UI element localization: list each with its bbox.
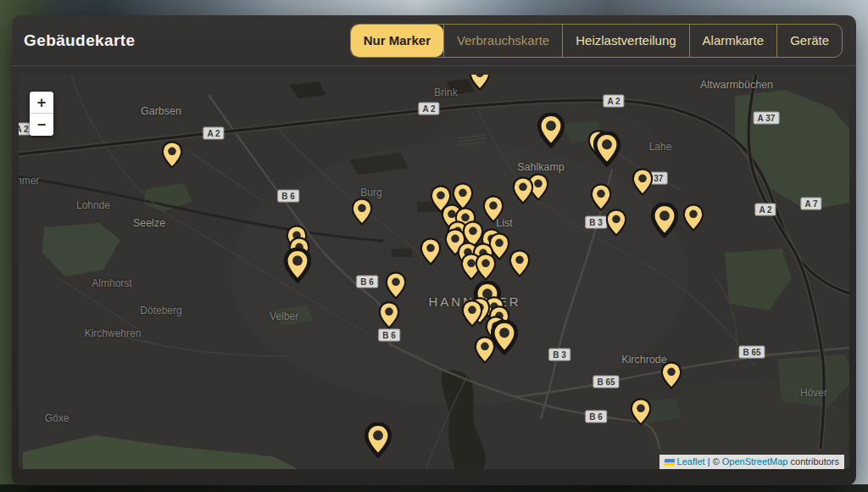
map-place-label: Lohnde [76, 199, 110, 211]
tab-verbrauchskarte[interactable]: Verbrauchskarte [443, 25, 562, 57]
road-badge: A 37 [754, 112, 780, 125]
tab-alarmkarte[interactable]: Alarmkarte [689, 25, 777, 57]
gebaeudekarte-panel: Gebäudekarte Nur Marker Verbrauchskarte … [12, 15, 856, 485]
map-place-label: Almhorst [92, 277, 131, 289]
osm-link[interactable]: OpenStreetMap [722, 456, 788, 467]
map-marker-pin[interactable] [482, 195, 504, 224]
tab-nur-marker[interactable]: Nur Marker [351, 25, 443, 57]
copyright-symbol: © [713, 456, 720, 467]
panel-header: Gebäudekarte Nur Marker Verbrauchskarte … [12, 15, 856, 66]
map-place-label: Sahlkamp [517, 161, 565, 173]
map-marker-pin[interactable] [593, 131, 620, 167]
desktop-background: { "header": { "title": "Gebäudekarte" },… [0, 0, 868, 492]
road-badge: B 6 [356, 276, 378, 288]
map-zoom-control: + − [30, 92, 53, 136]
map-marker-pin[interactable] [651, 203, 678, 238]
map-attribution: Leaflet | © OpenStreetMap contributors [659, 455, 844, 469]
leaflet-link[interactable]: Leaflet [677, 456, 705, 467]
map-marker-pin[interactable] [605, 209, 627, 238]
map-marker-pin[interactable] [420, 238, 442, 266]
map-marker-pin[interactable] [461, 299, 483, 328]
map-marker-pin[interactable] [351, 198, 373, 226]
map-place-label: Göxe [45, 412, 70, 424]
map-place-label: Höver [800, 387, 827, 399]
road-badge: A 2 [754, 204, 776, 216]
map-marker-pin[interactable] [660, 361, 682, 390]
map-tiles [19, 75, 849, 469]
road-badge: B 6 [378, 329, 400, 342]
view-tabs: Nur Marker Verbrauchskarte Heizlastverte… [350, 24, 843, 58]
ukraine-flag-icon [665, 459, 675, 466]
map-marker-pin[interactable] [632, 168, 654, 197]
map-marker-pin[interactable] [284, 248, 311, 283]
tab-geraete[interactable]: Geräte [776, 25, 842, 57]
map-marker-pin[interactable] [161, 141, 183, 170]
road-badge: B 65 [738, 346, 765, 359]
map-marker-pin[interactable] [512, 176, 534, 205]
map-marker-pin[interactable] [509, 249, 531, 278]
contributors-text: contributors [791, 456, 839, 467]
map-place-label: Velber [270, 310, 298, 322]
map-canvas[interactable]: + − Leaflet | © OpenStreetMap contributo… [19, 75, 849, 469]
page-title: Gebäudekarte [24, 31, 136, 50]
map-place-label: Kirchwehren [85, 327, 142, 339]
map-marker-pin[interactable] [469, 75, 491, 92]
map-marker-pin[interactable] [385, 271, 407, 300]
road-badge: B 3 [585, 216, 607, 229]
map-marker-pin[interactable] [378, 301, 400, 330]
map-marker-pin[interactable] [474, 336, 496, 365]
road-badge: B 6 [585, 411, 607, 423]
road-badge: B 6 [277, 190, 299, 203]
zoom-out-button[interactable]: − [30, 114, 53, 136]
zoom-in-button[interactable]: + [30, 92, 53, 114]
map-place-label: Garbsen [141, 105, 181, 117]
road-badge: A 2 [418, 103, 439, 115]
map-place-label: Brink [434, 87, 457, 98]
road-badge: B 65 [593, 376, 619, 389]
tab-heizlastverteilung[interactable]: Heizlastverteilung [562, 25, 688, 57]
map-marker-pin[interactable] [537, 113, 565, 148]
map-place-label: Döteberg [140, 305, 181, 316]
attribution-separator: | [708, 456, 710, 467]
map-place-label: Seelze [133, 217, 165, 229]
map-place-label: Altwarmbüchen [700, 79, 773, 91]
map-marker-pin[interactable] [590, 183, 612, 212]
map-marker-pin[interactable] [475, 253, 497, 282]
map-place-label: mmer [19, 175, 39, 187]
map-marker-pin[interactable] [364, 422, 392, 458]
road-badge: A 7 [800, 198, 821, 210]
map-place-label: Lahe [649, 141, 672, 153]
map-marker-pin[interactable] [682, 204, 704, 232]
road-badge: B 3 [548, 349, 570, 361]
map-marker-pin[interactable] [630, 398, 652, 427]
road-badge: A 2 [603, 95, 624, 108]
road-badge: A 2 [203, 127, 224, 140]
